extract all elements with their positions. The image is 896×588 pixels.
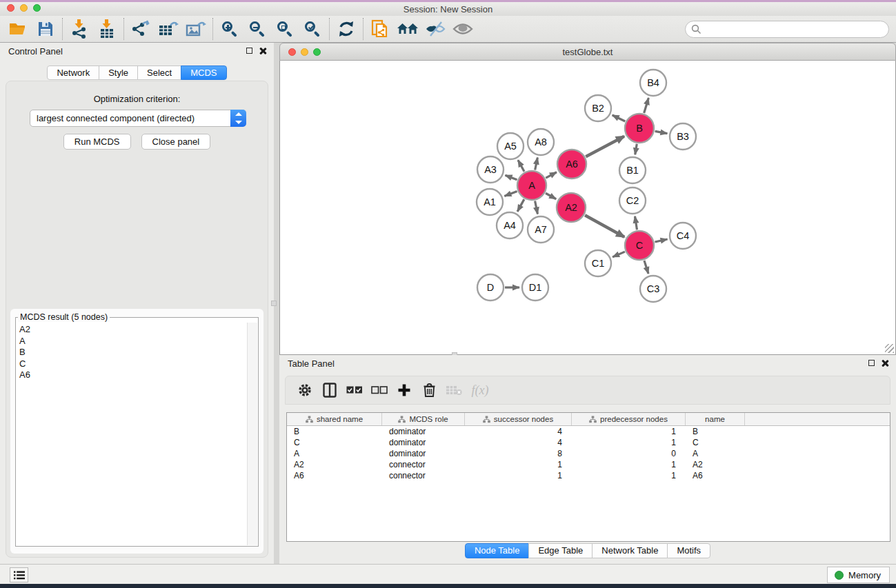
graph-edge-A-A6[interactable] [546,172,557,178]
graph-node-A8[interactable]: A8 [528,129,554,155]
graph-node-A6[interactable]: A6 [557,150,586,179]
column-header-shared-name[interactable]: shared name [287,413,382,425]
graph-edge-A-A8[interactable] [535,158,538,170]
resize-grip-icon[interactable] [885,344,894,353]
graph-node-A5[interactable]: A5 [497,133,524,159]
table-cell[interactable]: B [686,426,745,437]
table-settings-button[interactable] [292,378,317,403]
run-mcds-button[interactable]: Run MCDS [63,134,131,150]
table-cell[interactable]: A6 [287,470,382,481]
table-cell[interactable]: A [287,448,382,459]
tab-node-table[interactable]: Node Table [465,543,530,558]
tab-select[interactable]: Select [137,65,181,80]
node-table[interactable]: shared nameMCDS rolesuccessor nodesprede… [286,412,890,542]
graph-edge-C-C1[interactable] [613,252,625,257]
export-image-button[interactable] [182,17,210,41]
table-row[interactable]: Adominator80A [287,448,890,459]
criterion-dropdown[interactable]: largest connected component (directed) [30,110,246,127]
table-cell[interactable]: 1 [465,459,572,470]
zoom-out-button[interactable] [243,17,271,41]
graph-edge-A-A5[interactable] [518,160,524,172]
refresh-button[interactable] [332,17,360,41]
function-builder-button[interactable]: f(x) [466,378,491,403]
table-cell[interactable]: 1 [465,470,572,481]
unselect-all-columns-button[interactable] [367,378,392,403]
close-panel-icon[interactable] [882,359,889,367]
table-cell[interactable]: 1 [572,470,686,481]
mcds-result-item[interactable]: B [17,347,246,358]
hide-graphics-button[interactable] [421,17,449,41]
graph-edge-A-A3[interactable] [505,175,517,180]
graph-edge-A-A7[interactable] [535,201,538,214]
table-cell[interactable]: A [686,448,745,459]
graph-node-C1[interactable]: C1 [585,250,611,276]
export-network-button[interactable] [127,17,155,41]
graph-edge-A2-C[interactable] [585,215,624,237]
table-cell[interactable]: 4 [465,437,572,448]
zoom-selected-button[interactable] [299,17,326,41]
show-graphics-button[interactable] [449,17,477,41]
graph-edge-B-B3[interactable] [655,131,668,133]
table-cell[interactable]: 0 [572,448,686,459]
graph-node-B3[interactable]: B3 [670,123,696,150]
graph-node-C3[interactable]: C3 [640,276,666,302]
home-networks-button[interactable] [394,17,421,41]
table-cell[interactable]: A6 [686,470,745,481]
tab-style[interactable]: Style [99,65,138,80]
memory-button[interactable]: Memory [827,567,890,583]
float-panel-icon[interactable] [868,360,875,366]
graph-node-A4[interactable]: A4 [497,212,523,239]
table-cell[interactable]: 1 [572,426,686,437]
graph-edge-B-B4[interactable] [644,98,649,113]
graph-node-A[interactable]: A [517,171,546,200]
graph-edge-C-C2[interactable] [635,216,637,230]
float-panel-icon[interactable] [246,48,252,54]
graph-node-C[interactable]: C [625,231,654,260]
graph-edge-B-B2[interactable] [613,115,626,121]
result-scrollbar[interactable] [247,323,257,545]
table-cell[interactable]: dominator [382,426,465,437]
network-canvas[interactable]: B4B2BB3A5A8A6A3B1AA1C2A2A4A7C4CC1DD1C3 [279,61,896,355]
copy-network-button[interactable] [366,17,394,41]
delete-table-button[interactable] [441,378,466,403]
select-all-columns-button[interactable] [342,378,367,403]
table-row[interactable]: Cdominator41C [287,437,890,448]
table-cell[interactable]: connector [382,459,465,470]
table-row[interactable]: A6connector11A6 [287,470,890,481]
table-cell[interactable]: dominator [382,437,465,448]
task-history-button[interactable] [10,567,28,582]
graph-edge-B-B1[interactable] [635,144,637,155]
graph-edge-A6-B[interactable] [586,136,624,157]
search-input[interactable] [685,21,889,38]
mcds-result-item[interactable]: A6 [17,369,246,381]
table-cell[interactable]: 1 [572,459,686,470]
table-cell[interactable]: A2 [287,459,382,470]
show-columns-button[interactable] [317,378,342,403]
column-header-predecessor-nodes[interactable]: predecessor nodes [572,413,686,425]
graph-edge-C-C4[interactable] [655,239,667,242]
graph-node-B1[interactable]: B1 [619,157,646,183]
table-cell[interactable]: 8 [465,448,572,459]
table-cell[interactable]: connector [382,470,465,481]
open-session-button[interactable] [4,17,32,41]
table-cell[interactable]: dominator [382,448,465,459]
graph-node-D[interactable]: D [477,274,504,301]
table-cell[interactable]: 1 [572,437,686,448]
graph-node-C4[interactable]: C4 [670,223,696,249]
graph-edge-A-A2[interactable] [546,193,556,199]
close-panel-button[interactable]: Close panel [141,134,211,150]
tab-network[interactable]: Network [47,65,99,80]
table-cell[interactable]: C [686,437,745,448]
mcds-result-item[interactable]: A [17,336,246,347]
graph-node-C2[interactable]: C2 [619,187,646,214]
table-cell[interactable]: 4 [465,426,572,437]
graph-edge-A-A1[interactable] [504,191,517,196]
table-row[interactable]: A2connector11A2 [287,459,890,470]
graph-node-A7[interactable]: A7 [528,216,554,243]
column-header-mcds-role[interactable]: MCDS role [382,413,465,425]
network-window-titlebar[interactable]: testGlobe.txt [279,43,896,61]
graph-node-D1[interactable]: D1 [522,274,548,301]
tab-motifs[interactable]: Motifs [667,543,710,558]
tab-mcds[interactable]: MCDS [181,65,226,80]
tab-network-table[interactable]: Network Table [592,543,668,558]
